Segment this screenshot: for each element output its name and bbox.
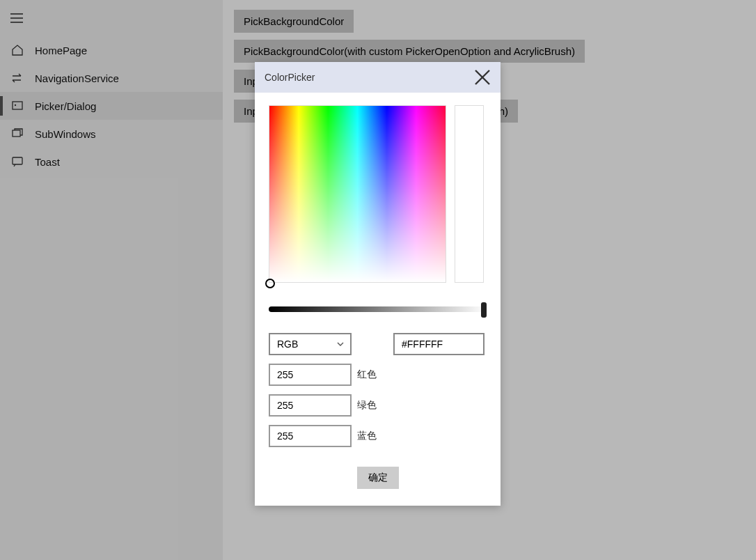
color-mode-value: RGB xyxy=(277,339,298,350)
color-spectrum[interactable] xyxy=(269,105,446,283)
dialog-body: RGB 红色 绿色 蓝色 确定 xyxy=(255,93,501,506)
blue-input[interactable] xyxy=(269,425,352,447)
hex-input[interactable] xyxy=(393,333,485,355)
green-input[interactable] xyxy=(269,394,352,417)
blue-label: 蓝色 xyxy=(357,430,377,442)
value-slider[interactable] xyxy=(269,304,487,315)
green-label: 绿色 xyxy=(357,399,377,412)
red-input[interactable] xyxy=(269,364,352,386)
color-mode-select[interactable]: RGB xyxy=(269,333,352,355)
colorpicker-dialog: ColorPicker RGB xyxy=(255,62,501,506)
dialog-header: ColorPicker xyxy=(255,62,501,93)
close-button[interactable] xyxy=(474,69,491,86)
value-slider-thumb xyxy=(481,302,487,318)
red-label: 红色 xyxy=(357,368,377,381)
confirm-button[interactable]: 确定 xyxy=(357,467,399,489)
preview-swatch xyxy=(455,105,484,283)
value-track xyxy=(269,306,487,312)
dialog-title: ColorPicker xyxy=(265,72,315,83)
spectrum-thumb xyxy=(265,279,275,288)
chevron-down-icon xyxy=(336,340,345,348)
close-icon xyxy=(474,69,491,86)
